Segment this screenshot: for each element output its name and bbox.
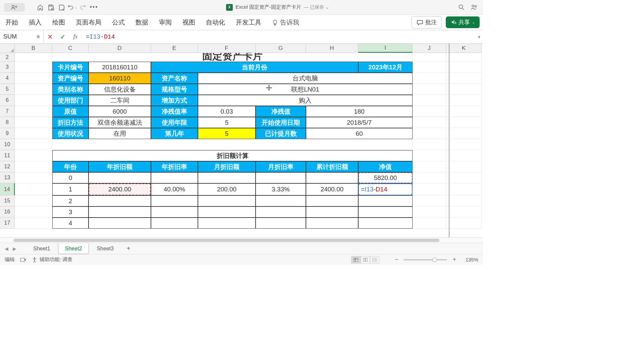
col-label[interactable]: 月折旧率 [256, 161, 306, 172]
sheet-prev-icon[interactable]: ◀ [3, 245, 10, 252]
table-cell[interactable] [89, 206, 151, 218]
label[interactable]: 折旧方法 [52, 117, 89, 128]
cell[interactable] [15, 161, 52, 172]
sheet-next-icon[interactable]: ▶ [11, 245, 18, 252]
col-header[interactable]: D [89, 44, 151, 53]
accessibility-status[interactable]: 辅助功能: 调查 [32, 256, 72, 263]
label[interactable]: 类别名称 [52, 84, 89, 95]
cell-value[interactable]: 二车间 [89, 95, 151, 106]
table-cell[interactable] [198, 218, 256, 229]
confirm-button[interactable]: ✓ [56, 30, 69, 44]
table-cell[interactable] [89, 172, 151, 183]
cell-value[interactable]: 购入 [198, 95, 413, 106]
table-cell[interactable] [256, 206, 306, 218]
table-cell[interactable]: 2400.00 [306, 183, 358, 195]
cell[interactable] [446, 84, 482, 95]
cell[interactable] [15, 106, 52, 117]
scrollbar-thumb[interactable] [13, 239, 439, 242]
table-cell[interactable] [89, 218, 151, 229]
label[interactable]: 第几年 [151, 128, 198, 139]
table-cell[interactable]: 0 [52, 172, 89, 183]
table-cell[interactable]: 3.33% [256, 183, 306, 195]
cell[interactable] [446, 53, 482, 62]
autosave-icon[interactable] [57, 3, 66, 12]
cell[interactable] [413, 73, 446, 84]
col-label[interactable]: 年折旧率 [151, 161, 198, 172]
cell[interactable] [446, 62, 482, 73]
cell-value[interactable]: 6000 [89, 106, 151, 117]
cell[interactable] [446, 128, 482, 139]
cell[interactable] [413, 53, 446, 62]
cell[interactable] [15, 128, 52, 139]
table-cell[interactable]: 40.00% [151, 183, 198, 195]
sheet-tab-active[interactable]: Sheet2 [58, 243, 89, 254]
label[interactable]: 卡片编号 [52, 62, 89, 73]
label[interactable]: 增加方式 [151, 95, 198, 106]
cell[interactable] [15, 117, 52, 128]
cell-value[interactable]: 2018/5/7 [306, 117, 413, 128]
table-cell[interactable] [306, 218, 358, 229]
view-normal-button[interactable] [351, 256, 361, 263]
cell[interactable] [413, 206, 446, 218]
cell[interactable] [413, 62, 446, 73]
cell-value[interactable]: 5 [198, 117, 256, 128]
row-header[interactable]: 2 [0, 53, 15, 62]
cell[interactable] [15, 95, 52, 106]
tab-draw[interactable]: 绘图 [52, 18, 65, 27]
cell[interactable] [15, 172, 52, 183]
table-cell[interactable] [151, 172, 198, 183]
tab-automate[interactable]: 自动化 [206, 18, 225, 27]
table-cell[interactable] [256, 218, 306, 229]
cell[interactable] [446, 139, 482, 150]
cell[interactable] [446, 73, 482, 84]
row-header[interactable]: 9 [0, 128, 15, 139]
cell[interactable] [413, 128, 446, 139]
sheet-tab[interactable]: Sheet3 [90, 243, 121, 254]
row-header[interactable]: 3 [0, 62, 15, 73]
select-all-corner[interactable] [0, 44, 15, 53]
cell[interactable] [446, 172, 482, 183]
table-cell[interactable]: 1 [52, 183, 89, 195]
row-header[interactable]: 13 [0, 172, 15, 183]
cell-value[interactable]: 2018160110 [89, 62, 151, 73]
cell[interactable] [15, 195, 52, 206]
saved-state[interactable]: — 已保存 ⌄ [304, 4, 329, 10]
macro-icon[interactable] [20, 257, 26, 262]
cell[interactable] [413, 218, 446, 229]
table-cell[interactable] [358, 218, 413, 229]
cell[interactable] [15, 53, 52, 62]
label[interactable]: 净残值 [256, 106, 306, 117]
label[interactable]: 原值 [52, 106, 89, 117]
zoom-in-button[interactable]: + [452, 256, 456, 263]
col-label[interactable]: 月折旧额 [198, 161, 256, 172]
col-label[interactable]: 年折旧额 [89, 161, 151, 172]
tab-review[interactable]: 审阅 [159, 18, 172, 27]
formula-input[interactable]: =I13-D14 [82, 34, 475, 40]
cell-value[interactable]: 2023年12月 [358, 62, 413, 73]
label[interactable]: 资产名称 [151, 73, 198, 84]
active-cell-i14[interactable]: =I13-D14 [358, 183, 413, 195]
row-header[interactable]: 4 [0, 73, 15, 84]
cell[interactable] [15, 84, 52, 95]
dep-title[interactable]: 折旧额计算 [52, 150, 413, 161]
cell[interactable] [15, 183, 52, 195]
label[interactable]: 已计提月数 [256, 128, 306, 139]
horizontal-scrollbar[interactable] [0, 237, 483, 243]
cell[interactable] [15, 218, 52, 229]
col-header[interactable]: B [15, 44, 52, 53]
cell[interactable] [413, 183, 446, 195]
row-header[interactable]: 12 [0, 161, 15, 172]
cell[interactable] [413, 150, 446, 161]
zoom-out-button[interactable]: − [395, 256, 398, 263]
cell-value[interactable]: 在用 [89, 128, 151, 139]
tab-view[interactable]: 视图 [182, 18, 195, 27]
sheet-tab[interactable]: Sheet1 [26, 243, 57, 254]
zoom-level[interactable]: 135% [462, 257, 478, 262]
name-box[interactable]: SUM [0, 30, 44, 44]
cell[interactable] [15, 62, 52, 73]
more-icon[interactable]: ••• [89, 3, 99, 12]
redo-icon[interactable] [78, 3, 88, 12]
view-page-break-button[interactable] [370, 256, 379, 263]
cell[interactable] [413, 172, 446, 183]
cell[interactable] [413, 95, 446, 106]
